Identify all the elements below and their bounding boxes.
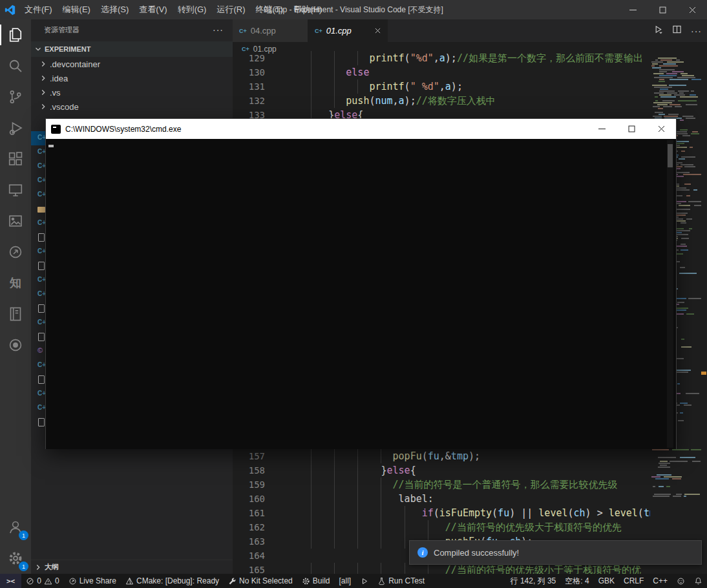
file-tree-item-partial[interactable]: C+ xyxy=(31,273,45,288)
minimap-line xyxy=(679,205,690,206)
code-line[interactable]: 161if(isFuEmpty(fu) || level(ch) > level… xyxy=(233,506,650,520)
minimap-line xyxy=(669,85,686,86)
build-target[interactable]: [all] xyxy=(334,574,355,588)
file-tree-item-partial[interactable]: C+ xyxy=(31,160,45,174)
split-editor-icon[interactable] xyxy=(672,25,682,37)
outline-section[interactable]: 大纲 xyxy=(31,560,233,574)
cursor-position[interactable]: 行 142, 列 35 xyxy=(506,574,561,588)
file-tree-item-partial[interactable] xyxy=(31,373,45,387)
remote-indicator[interactable]: >< xyxy=(0,574,21,588)
activity-settings[interactable]: 1 xyxy=(0,543,31,574)
file-tree-item-partial[interactable]: C+ xyxy=(31,401,45,415)
cmd-scrollbar[interactable] xyxy=(667,140,673,448)
file-tree-item-partial[interactable] xyxy=(31,415,45,430)
code-line[interactable]: 158}else{ xyxy=(233,463,650,478)
close-button[interactable] xyxy=(677,0,707,19)
minimap-line xyxy=(693,189,697,191)
minimap-line xyxy=(666,486,670,487)
file-tree-item-partial[interactable] xyxy=(31,259,45,273)
terminal-output[interactable] xyxy=(46,139,676,449)
code-line[interactable]: 162//当前符号的优先级大于栈顶符号的优先 xyxy=(233,520,650,534)
menu-file[interactable]: 文件(F) xyxy=(19,0,58,19)
cmd-maximize-button[interactable] xyxy=(617,119,646,139)
feedback-button[interactable] xyxy=(672,574,690,588)
code-line[interactable]: 129printf("%d",a);//如果是第一个数字，那么前面不需要输出 xyxy=(233,51,650,65)
minimap-line xyxy=(651,476,660,478)
minimap-line xyxy=(691,449,701,450)
indentation[interactable]: 空格: 4 xyxy=(560,574,593,588)
file-tree-item-partial[interactable] xyxy=(31,231,45,245)
language-mode[interactable]: C++ xyxy=(648,574,672,588)
code-text: //当前符号的优先级大于栈顶符号的优先 xyxy=(288,520,622,534)
file-tree-item-partial[interactable]: C+ xyxy=(31,316,45,330)
file-tree-item-partial[interactable]: C+ xyxy=(31,131,45,145)
more-actions-icon[interactable]: ··· xyxy=(691,26,702,36)
activity-accounts[interactable]: 1 xyxy=(0,512,31,543)
cmd-close-button[interactable] xyxy=(646,119,676,139)
launch-button[interactable] xyxy=(355,574,373,588)
eol-sequence[interactable]: CRLF xyxy=(619,574,648,588)
accounts-badge: 1 xyxy=(19,530,28,540)
activity-explorer[interactable] xyxy=(0,19,31,50)
minimap-line xyxy=(675,106,682,107)
maximize-button[interactable] xyxy=(648,0,677,19)
overview-ruler[interactable] xyxy=(701,56,707,574)
file-tree-item-partial[interactable]: C+ xyxy=(31,245,45,259)
file-tree-item-partial[interactable]: C+ xyxy=(31,174,45,188)
problems-status[interactable]: 0 0 xyxy=(21,574,63,588)
notifications-button[interactable] xyxy=(690,574,707,588)
menu-run[interactable]: 运行(R) xyxy=(211,0,250,19)
cmake-status[interactable]: CMake: [Debug]: Ready xyxy=(121,574,224,588)
file-tree-item-partial[interactable]: C+ xyxy=(31,188,45,202)
code-line[interactable]: 157popFu(fu,&tmp); xyxy=(233,449,650,463)
kit-status[interactable]: No Kit Selected xyxy=(224,574,297,588)
encoding[interactable]: GBK xyxy=(594,574,619,588)
activity-notebook[interactable] xyxy=(0,299,31,330)
activity-source-control-icon[interactable] xyxy=(0,81,31,112)
file-tree-item-partial[interactable]: C+ xyxy=(31,145,45,160)
live-share-status[interactable]: Live Share xyxy=(64,574,121,588)
cmd-window[interactable]: C:\WINDOWS\system32\cmd.exe xyxy=(45,118,677,449)
cmd-scrollbar-thumb[interactable] xyxy=(668,144,673,167)
code-line[interactable]: 130else xyxy=(233,65,650,79)
cmd-title-bar[interactable]: C:\WINDOWS\system32\cmd.exe xyxy=(46,119,676,139)
activity-run-debug[interactable] xyxy=(0,112,31,143)
file-tree-item-partial[interactable]: © xyxy=(31,344,45,359)
activity-recorder[interactable] xyxy=(0,330,31,361)
file-tree-item-partial[interactable] xyxy=(31,202,45,216)
code-line[interactable]: 159//当前的符号是一个普通符号，那么需要比较优先级 xyxy=(233,478,650,492)
activity-live-share[interactable] xyxy=(0,236,31,268)
file-tree-item-partial[interactable] xyxy=(31,330,45,344)
line-number: 130 xyxy=(242,65,265,79)
ctest-button[interactable]: Run CTest xyxy=(373,574,429,588)
menu-edit[interactable]: 编辑(E) xyxy=(58,0,96,19)
notification-toast[interactable]: i Compiled successfully! xyxy=(409,540,702,565)
minimap-line xyxy=(667,92,677,94)
menu-view[interactable]: 查看(V) xyxy=(134,0,172,19)
activity-search[interactable] xyxy=(0,50,31,81)
menu-go[interactable]: 转到(G) xyxy=(173,0,212,19)
activity-extensions[interactable] xyxy=(0,143,31,174)
run-cpp-icon[interactable] xyxy=(653,25,663,37)
minimap-line xyxy=(652,85,667,86)
tab-04cpp[interactable]: C+ 04.cpp xyxy=(233,19,308,42)
file-tree-item-partial[interactable]: C+ xyxy=(31,216,45,231)
code-line[interactable]: 131printf(" %d",a); xyxy=(233,79,650,94)
activity-zhihu[interactable]: 知 xyxy=(0,268,31,299)
menu-help[interactable]: 帮助(H) xyxy=(288,0,327,19)
code-line[interactable]: 160label: xyxy=(233,492,650,506)
menu-selection[interactable]: 选择(S) xyxy=(96,0,134,19)
tab-close-icon[interactable] xyxy=(375,28,381,34)
file-tree-item-partial[interactable]: C+ xyxy=(31,387,45,401)
cmd-minimize-button[interactable] xyxy=(587,119,617,139)
code-line[interactable]: 132push(num,a);//将数字压入栈中 xyxy=(233,94,650,108)
minimize-button[interactable] xyxy=(618,0,648,19)
activity-remote-explorer[interactable] xyxy=(0,174,31,205)
menu-terminal[interactable]: 终端(T) xyxy=(250,0,288,19)
file-tree-item-partial[interactable] xyxy=(31,302,45,316)
activity-live-preview[interactable] xyxy=(0,205,31,236)
file-tree-item-partial[interactable]: C+ xyxy=(31,288,45,302)
tab-01cpp[interactable]: C+ 01.cpp xyxy=(308,19,388,42)
build-button[interactable]: Build xyxy=(297,574,335,588)
file-tree-item-partial[interactable]: C+ xyxy=(31,359,45,373)
